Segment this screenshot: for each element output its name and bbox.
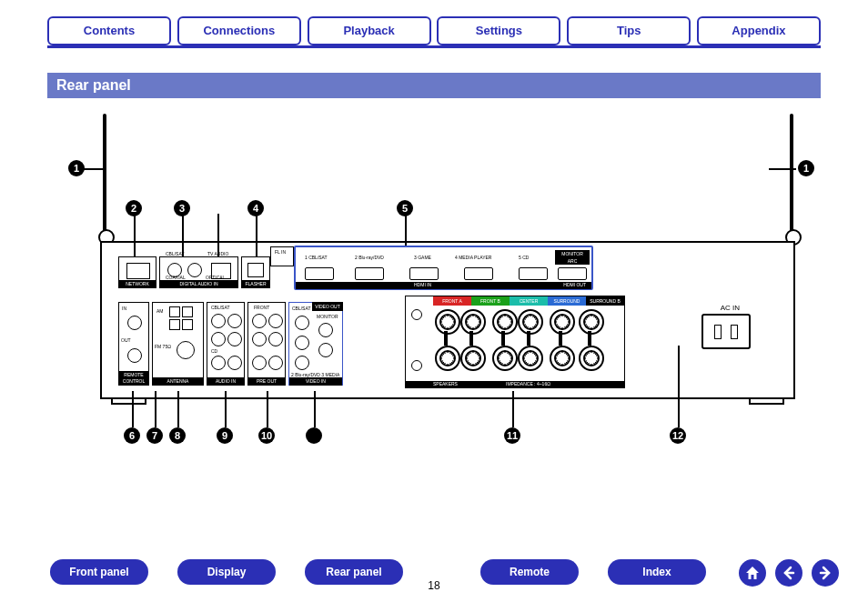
callout-3: 3 bbox=[174, 200, 190, 216]
callout-6: 6 bbox=[124, 427, 140, 444]
rear-panel-diagram: NETWORK CBL/SAT TV AUDIO COAXIAL OPTICAL… bbox=[68, 109, 796, 446]
callout-10: 10 bbox=[258, 427, 275, 444]
label-ac-in: AC IN bbox=[721, 304, 740, 312]
label-audio-cd: CD bbox=[211, 348, 217, 354]
label-hdmi-3: 3 GAME bbox=[414, 255, 431, 260]
callout-7: 7 bbox=[146, 427, 163, 444]
label-speakers: SPEAKERS bbox=[433, 381, 458, 386]
link-rear-panel[interactable]: Rear panel bbox=[305, 559, 403, 585]
callout-11-a bbox=[306, 427, 322, 444]
network-block: NETWORK bbox=[118, 256, 156, 288]
label-audio-cbl: CBL/SAT bbox=[211, 305, 229, 310]
label-spk-surround: SURROUND bbox=[548, 296, 586, 306]
tab-settings[interactable]: Settings bbox=[437, 16, 560, 45]
label-hdmi-2: 2 Blu-ray/DVD bbox=[355, 255, 384, 260]
pre-out-block: FRONT PRE OUT bbox=[247, 302, 286, 386]
label-spk-front-b: FRONT B bbox=[471, 296, 510, 306]
callout-11: 11 bbox=[504, 427, 520, 444]
ac-inlet bbox=[701, 314, 751, 349]
label-pre-out: PRE OUT bbox=[248, 377, 285, 386]
label-digital-audio-in: DIGITAL AUDIO IN bbox=[160, 280, 237, 288]
label-hdmi-4: 4 MEDIA PLAYER bbox=[455, 255, 491, 260]
label-hdmi-in: HDMI IN bbox=[414, 282, 431, 287]
digital-audio-in-block: CBL/SAT TV AUDIO COAXIAL OPTICAL DIGITAL… bbox=[159, 256, 238, 288]
label-audio-in: AUDIO IN bbox=[207, 377, 244, 386]
callout-9: 9 bbox=[217, 427, 233, 444]
tab-tips[interactable]: Tips bbox=[567, 16, 691, 45]
callout-5: 5 bbox=[397, 200, 413, 216]
callout-8: 8 bbox=[169, 427, 186, 444]
antenna-right bbox=[782, 109, 801, 246]
fl-in-block: FL IN bbox=[270, 246, 294, 266]
next-page-icon[interactable] bbox=[812, 559, 839, 587]
label-network: NETWORK bbox=[119, 280, 156, 288]
label-remote-in: IN bbox=[122, 306, 126, 311]
prev-page-icon[interactable] bbox=[775, 559, 802, 587]
callout-1b: 1 bbox=[798, 160, 814, 176]
label-video-out: VIDEO OUT bbox=[312, 302, 343, 311]
label-video-cbl: CBL/SAT bbox=[292, 306, 310, 311]
top-nav-underline bbox=[47, 45, 821, 48]
bottom-nav: Front panel Display Rear panel 18 Remote… bbox=[0, 559, 868, 599]
tab-contents[interactable]: Contents bbox=[47, 16, 171, 45]
top-nav: Contents Connections Playback Settings T… bbox=[47, 16, 821, 49]
label-hdmi-5: 5 CD bbox=[519, 255, 529, 260]
label-preout-front: FRONT bbox=[254, 305, 269, 310]
tab-connections[interactable]: Connections bbox=[177, 16, 301, 45]
label-spk-surround-b: SURROUND B bbox=[586, 296, 624, 306]
label-monitor-arc: MONITORARC bbox=[555, 250, 590, 265]
audio-in-block: CBL/SAT CD AUDIO IN bbox=[207, 302, 245, 386]
flasher-block: FLASHER bbox=[241, 256, 270, 288]
label-hdmi-1: 1 CBL/SAT bbox=[305, 255, 328, 260]
label-video-monitor: MONITOR bbox=[317, 314, 338, 319]
callout-2: 2 bbox=[126, 200, 142, 216]
link-index[interactable]: Index bbox=[608, 559, 706, 585]
tab-playback[interactable]: Playback bbox=[308, 16, 431, 45]
label-antenna: ANTENNA bbox=[153, 377, 203, 386]
page-number: 18 bbox=[428, 579, 439, 592]
label-fl-in: FL IN bbox=[275, 249, 286, 255]
callout-4: 4 bbox=[247, 200, 264, 216]
callout-1a: 1 bbox=[68, 160, 85, 176]
antenna-left bbox=[96, 109, 114, 246]
home-icon[interactable] bbox=[739, 559, 766, 587]
label-am: AM bbox=[156, 308, 164, 314]
link-remote[interactable]: Remote bbox=[480, 559, 579, 585]
label-impedance: IMPEDANCE : 4~16Ω bbox=[506, 381, 550, 386]
label-hdmi-out: HDMI OUT bbox=[563, 282, 586, 287]
label-spk-front-a: FRONT A bbox=[433, 296, 471, 306]
manual-page: Contents Connections Playback Settings T… bbox=[0, 0, 868, 612]
label-video-in: VIDEO IN bbox=[289, 377, 342, 386]
link-front-panel[interactable]: Front panel bbox=[50, 559, 148, 585]
video-block: VIDEO OUT CBL/SAT MONITOR 2 Blu-ray/DVD … bbox=[288, 302, 343, 386]
link-display[interactable]: Display bbox=[177, 559, 276, 585]
label-remote-out: OUT bbox=[121, 337, 131, 343]
label-remote-control: REMOTE CONTROL bbox=[119, 371, 148, 386]
label-flasher: FLASHER bbox=[242, 280, 269, 288]
section-title-bar: Rear panel bbox=[47, 73, 821, 98]
antenna-block: AM FM 75Ω ANTENNA bbox=[152, 302, 204, 386]
label-fm: FM 75Ω bbox=[155, 344, 171, 349]
callout-12: 12 bbox=[670, 427, 686, 444]
tab-appendix[interactable]: Appendix bbox=[697, 16, 821, 45]
label-spk-center: CENTER bbox=[510, 296, 548, 306]
remote-control-block: IN OUT REMOTE CONTROL bbox=[118, 302, 149, 386]
hdmi-block: 1 CBL/SAT 2 Blu-ray/DVD 3 GAME 4 MEDIA P… bbox=[294, 246, 593, 290]
speaker-terminals-block: FRONT A FRONT B CENTER SURROUND SURROUND… bbox=[405, 296, 625, 388]
